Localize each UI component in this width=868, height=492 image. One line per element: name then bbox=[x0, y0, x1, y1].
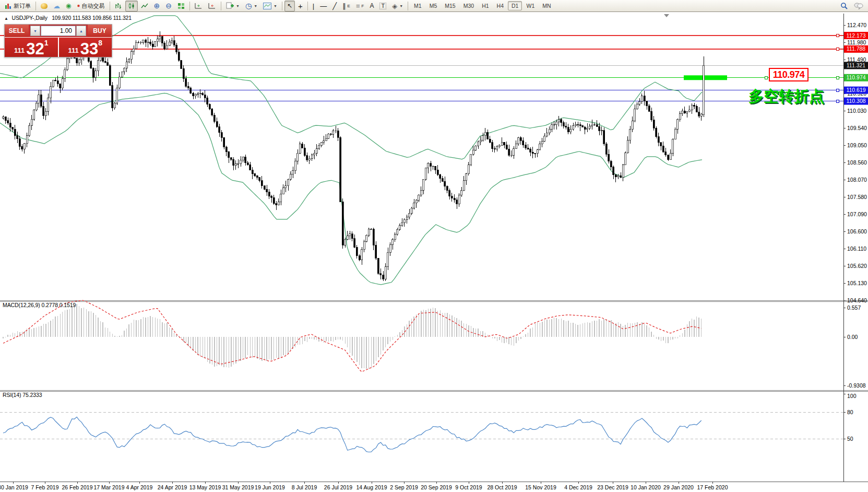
svg-text:4 Apr 2019: 4 Apr 2019 bbox=[126, 484, 153, 490]
signals-button[interactable]: ◉ bbox=[63, 1, 74, 11]
candle-chart-mode-button[interactable] bbox=[125, 1, 138, 11]
svg-text:109.050: 109.050 bbox=[847, 142, 867, 148]
svg-text:111.980: 111.980 bbox=[847, 39, 866, 45]
chevron-down-icon: ▼ bbox=[236, 4, 240, 8]
auto-trading-label: 自动交易 bbox=[82, 2, 105, 10]
rsi-indicator-label: RSI(14) 75.2333 bbox=[3, 392, 42, 398]
volume-decrease-button[interactable]: ▼ bbox=[30, 26, 40, 36]
buy-button[interactable]: BUY bbox=[88, 25, 112, 37]
signal-icon: ◉ bbox=[66, 3, 71, 9]
toolbar-separator bbox=[307, 2, 308, 10]
line-chart-mode-button[interactable] bbox=[138, 1, 151, 11]
volume-input[interactable]: 1.00 bbox=[41, 26, 76, 36]
buy-price-button[interactable]: 111 33 8 bbox=[59, 38, 112, 57]
volume-stepper: ▼ 1.00 ▲ bbox=[29, 25, 87, 37]
svg-text:105.130: 105.130 bbox=[847, 280, 867, 286]
svg-text:108.560: 108.560 bbox=[847, 159, 867, 166]
timeframe-h4-button[interactable]: H4 bbox=[493, 1, 507, 10]
equidistant-channel-icon: ∥ bbox=[342, 3, 346, 9]
macd-indicator-label: MACD(12,26,9) 0.2778 0.1519 bbox=[3, 302, 76, 308]
chart-canvas[interactable]: 112.470111.980111.490110.520110.030109.5… bbox=[0, 13, 868, 492]
vertical-line-tool-button[interactable]: | bbox=[310, 1, 317, 11]
candlestick-chart-icon bbox=[128, 3, 135, 9]
svg-text:106.600: 106.600 bbox=[847, 228, 867, 235]
svg-text:30 Jan 2019: 30 Jan 2019 bbox=[0, 484, 28, 490]
vertical-line-icon: | bbox=[313, 3, 314, 9]
timeframe-group: M1M5M15M30H1H4D1W1MN bbox=[410, 1, 554, 10]
chat-button[interactable] bbox=[851, 1, 866, 11]
new-chart-button[interactable]: ▼ bbox=[223, 1, 242, 11]
channel-sub-label: E bbox=[348, 4, 350, 8]
chart-symbol-period: USDJPY-,Daily bbox=[12, 15, 47, 21]
timeframe-m15-button[interactable]: M15 bbox=[441, 1, 459, 10]
new-order-button[interactable]: 新订单 bbox=[2, 1, 33, 11]
collapse-panel-icon[interactable]: ▲ bbox=[4, 16, 8, 21]
svg-text:26 Jul 2019: 26 Jul 2019 bbox=[324, 484, 352, 490]
svg-text:50: 50 bbox=[847, 436, 853, 442]
text-tool-button[interactable]: A bbox=[367, 1, 376, 11]
timeframe-w1-button[interactable]: W1 bbox=[522, 1, 538, 10]
buy-price-big: 33 bbox=[80, 41, 98, 56]
crosshair-icon: + bbox=[298, 2, 303, 10]
text-label-tool-button[interactable]: T bbox=[377, 1, 389, 11]
search-button[interactable] bbox=[838, 1, 851, 11]
timeframe-d1-button[interactable]: D1 bbox=[508, 1, 522, 10]
horizontal-line-tool-button[interactable]: — bbox=[317, 1, 329, 11]
auto-scroll-button[interactable] bbox=[192, 1, 205, 11]
svg-text:111.788: 111.788 bbox=[847, 45, 866, 52]
sell-price-button[interactable]: 111 32 1 bbox=[5, 38, 58, 57]
bar-chart-icon bbox=[115, 3, 122, 9]
zoom-out-icon: ⊖ bbox=[165, 2, 172, 9]
fibonacci-tool-button[interactable]: ≡F bbox=[353, 1, 366, 11]
price-callout-box[interactable]: 110.974 bbox=[769, 68, 808, 81]
text-tool-icon: A bbox=[370, 3, 374, 9]
svg-text:13 May 2019: 13 May 2019 bbox=[189, 484, 221, 490]
timeframe-mn-button[interactable]: MN bbox=[539, 1, 554, 10]
chart-shift-button[interactable] bbox=[206, 1, 219, 11]
crosshair-tool-button[interactable]: + bbox=[295, 1, 305, 11]
timeframe-m5-button[interactable]: M5 bbox=[426, 1, 441, 10]
cloud-icon: ☁ bbox=[53, 3, 60, 9]
mql5-community-button[interactable] bbox=[38, 1, 50, 11]
svg-text:110.619: 110.619 bbox=[846, 87, 865, 93]
chart-ohlc-values: 109.920 111.583 109.856 111.321 bbox=[52, 15, 132, 21]
line-chart-icon bbox=[141, 3, 148, 9]
sell-button[interactable]: SELL bbox=[5, 25, 29, 37]
trendline-tool-button[interactable]: ╱ bbox=[330, 1, 339, 11]
svg-text:17 Feb 2020: 17 Feb 2020 bbox=[697, 484, 728, 490]
virtual-hosting-button[interactable]: ☁ bbox=[51, 1, 63, 11]
auto-scroll-icon bbox=[195, 3, 203, 9]
gold-icon bbox=[41, 3, 47, 9]
svg-text:24 Apr 2019: 24 Apr 2019 bbox=[158, 484, 187, 490]
periods-button[interactable]: ◷ ▼ bbox=[243, 1, 260, 11]
volume-increase-button[interactable]: ▲ bbox=[76, 26, 86, 36]
timeframe-h1-button[interactable]: H1 bbox=[478, 1, 492, 10]
svg-text:9 Oct 2019: 9 Oct 2019 bbox=[455, 484, 482, 490]
svg-text:4 Dec 2019: 4 Dec 2019 bbox=[564, 484, 592, 490]
auto-trading-button[interactable]: ● 自动交易 bbox=[74, 1, 107, 11]
new-order-label: 新订单 bbox=[14, 2, 31, 10]
timeframe-m1-button[interactable]: M1 bbox=[410, 1, 425, 10]
svg-text:80: 80 bbox=[847, 409, 853, 415]
search-icon bbox=[840, 2, 848, 9]
toolbar-separator bbox=[221, 2, 221, 10]
svg-text:23 Dec 2019: 23 Dec 2019 bbox=[597, 484, 628, 490]
templates-button[interactable]: ▼ bbox=[260, 1, 280, 11]
zoom-out-button[interactable]: ⊖ bbox=[163, 1, 174, 11]
chevron-down-icon: ▼ bbox=[399, 4, 403, 8]
timeframe-m30-button[interactable]: M30 bbox=[460, 1, 478, 10]
channel-tool-button[interactable]: ∥E bbox=[340, 1, 353, 11]
turning-point-annotation[interactable]: 多空转折点 bbox=[748, 86, 824, 107]
svg-text:107.580: 107.580 bbox=[847, 194, 867, 200]
cursor-tool-button[interactable]: ↖ bbox=[284, 1, 295, 11]
arrows-tool-button[interactable]: ◈▼ bbox=[389, 1, 406, 11]
svg-text:0.00: 0.00 bbox=[847, 334, 858, 340]
toolbar-separator bbox=[35, 2, 36, 10]
toolbar-separator bbox=[408, 2, 408, 10]
arrows-icon: ◈ bbox=[392, 3, 397, 9]
zoom-in-button[interactable]: ⊕ bbox=[151, 1, 163, 11]
autotrade-status-icon: ● bbox=[77, 3, 80, 8]
fibo-sub-label: F bbox=[362, 4, 364, 8]
bar-chart-mode-button[interactable] bbox=[112, 1, 125, 11]
tile-windows-button[interactable] bbox=[175, 1, 187, 11]
